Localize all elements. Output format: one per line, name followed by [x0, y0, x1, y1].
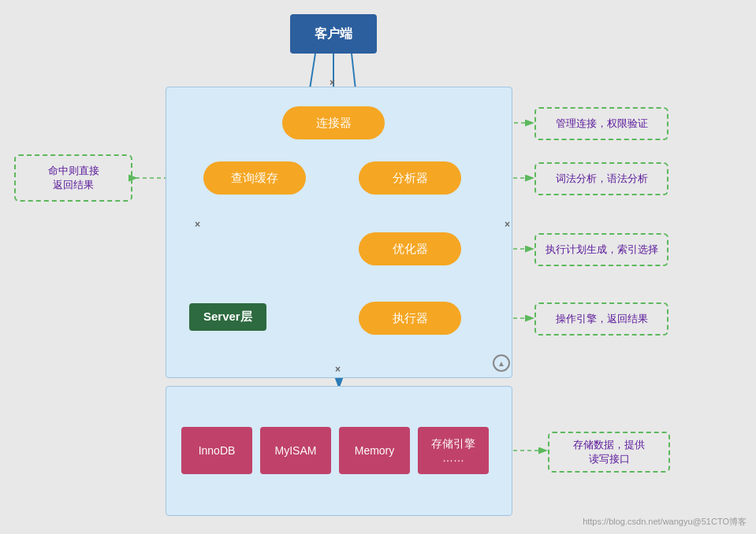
myisam-label: MyISAM [275, 444, 317, 457]
innodb-box: InnoDB [181, 427, 252, 474]
analyzer-annotation-text: 词法分析，语法分析 [556, 172, 648, 186]
connector-label: 连接器 [316, 116, 352, 131]
executor-label: 执行器 [393, 311, 428, 326]
query-cache-label: 查询缓存 [231, 171, 278, 186]
storage-annotation-text: 存储数据，提供读写接口 [573, 438, 645, 466]
x-mark-1: × [330, 77, 335, 88]
client-label: 客户端 [315, 26, 352, 43]
diagram-container: 客户端 连接器 查询缓存 分析器 优化器 执行器 Server层 InnoDB … [0, 0, 756, 534]
executor-annotation-text: 操作引擎，返回结果 [556, 312, 648, 326]
innodb-label: InnoDB [199, 444, 236, 457]
optimizer-annotation: 执行计划生成，索引选择 [534, 233, 668, 266]
storage-annotation: 存储数据，提供读写接口 [548, 432, 670, 473]
connector-pill: 连接器 [282, 106, 385, 139]
memory-label: Memory [355, 444, 395, 457]
query-cache-annotation: 命中则直接返回结果 [14, 154, 132, 202]
x-mark-3: × [505, 219, 510, 230]
analyzer-pill: 分析器 [359, 161, 461, 195]
connector-annotation-text: 管理连接，权限验证 [556, 117, 648, 131]
storage-others-label2: …… [442, 451, 464, 464]
optimizer-pill: 优化器 [359, 232, 461, 265]
analyzer-annotation: 词法分析，语法分析 [534, 162, 668, 195]
myisam-box: MyISAM [260, 427, 331, 474]
memory-box: Memory [339, 427, 410, 474]
query-cache-pill: 查询缓存 [203, 161, 306, 195]
watermark: https://blog.csdn.net/wangyu@51CTO博客 [583, 516, 747, 528]
optimizer-label: 优化器 [393, 242, 428, 257]
executor-annotation: 操作引擎，返回结果 [534, 302, 668, 336]
client-box: 客户端 [290, 14, 377, 54]
storage-others-label1: 存储引擎 [431, 437, 475, 451]
scroll-icon: ▲ [493, 354, 510, 372]
x-mark-4: × [335, 364, 341, 375]
connector-annotation: 管理连接，权限验证 [534, 107, 668, 140]
analyzer-label: 分析器 [393, 171, 428, 186]
query-cache-annotation-text: 命中则直接返回结果 [48, 164, 99, 192]
storage-engine-box: 存储引擎 …… [418, 427, 489, 474]
x-mark-2: × [195, 219, 200, 230]
executor-pill: 执行器 [359, 302, 461, 335]
optimizer-annotation-text: 执行计划生成，索引选择 [546, 243, 658, 257]
server-layer-label: Server层 [189, 303, 266, 331]
